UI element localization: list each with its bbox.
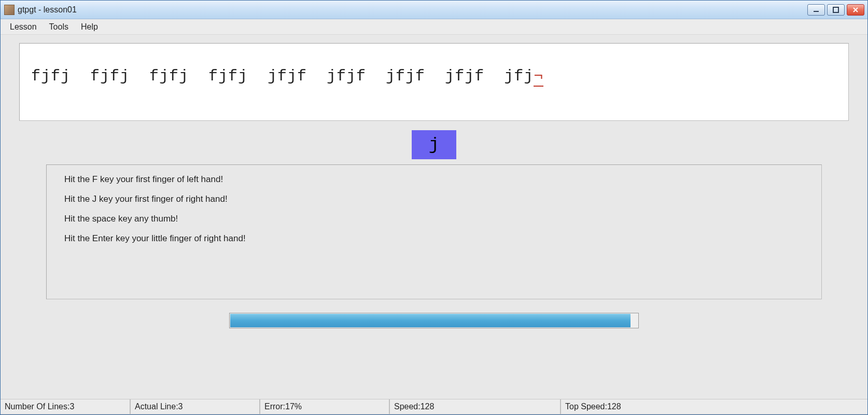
current-key-indicator: j <box>412 130 456 159</box>
progress-fill <box>230 314 631 327</box>
status-error: Error: 17% <box>260 399 389 414</box>
menu-help[interactable]: Help <box>76 20 103 34</box>
status-actual-value: 3 <box>178 402 183 411</box>
lesson-typed-text: fjfj fjfj fjfj fjfj jfjf jfjf jfjf jfjf … <box>31 67 534 85</box>
lesson-text-box[interactable]: fjfj fjfj fjfj fjfj jfjf jfjf jfjf jfjf … <box>19 43 849 121</box>
maximize-icon <box>833 7 839 13</box>
app-window: gtpgt - lesson01 Lesson Tools Help fjfj … <box>0 0 868 415</box>
status-top-speed: Top Speed: 128 <box>561 399 867 414</box>
instruction-line-4: Hit the Enter key your little finger of … <box>64 233 804 244</box>
status-topspeed-label: Top Speed: <box>565 402 607 411</box>
svg-rect-0 <box>814 11 819 12</box>
status-actual-line: Actual Line: 3 <box>130 399 260 414</box>
menu-tools[interactable]: Tools <box>44 20 74 34</box>
status-speed-label: Speed: <box>394 402 421 411</box>
instruction-line-2: Hit the J key your first finger of right… <box>64 194 804 204</box>
svg-rect-1 <box>833 7 838 12</box>
lesson-cursor-char: ¬ <box>534 67 543 87</box>
status-actual-label: Actual Line: <box>135 402 178 411</box>
instruction-line-3: Hit the space key any thumb! <box>64 214 804 224</box>
status-speed-value: 128 <box>421 402 435 411</box>
progress-bar <box>229 313 639 328</box>
status-lines: Number Of Lines: 3 <box>1 399 130 414</box>
instruction-line-1: Hit the F key your first finger of left … <box>64 174 804 185</box>
status-bar: Number Of Lines: 3 Actual Line: 3 Error:… <box>1 399 867 414</box>
menubar: Lesson Tools Help <box>1 19 867 35</box>
close-icon <box>852 7 859 13</box>
titlebar[interactable]: gtpgt - lesson01 <box>1 1 867 19</box>
status-error-value: 17% <box>285 402 302 411</box>
status-lines-label: Number Of Lines: <box>5 402 69 411</box>
maximize-button[interactable] <box>827 4 845 16</box>
client-area: fjfj fjfj fjfj fjfj jfjf jfjf jfjf jfjf … <box>1 35 867 399</box>
status-speed: Speed: 128 <box>389 399 561 414</box>
menu-lesson[interactable]: Lesson <box>5 20 42 34</box>
status-error-label: Error: <box>264 402 285 411</box>
minimize-button[interactable] <box>807 4 825 16</box>
window-title: gtpgt - lesson01 <box>18 5 77 15</box>
current-key-label: j <box>429 135 439 155</box>
close-button[interactable] <box>847 4 864 16</box>
app-icon <box>4 5 15 15</box>
status-lines-value: 3 <box>69 402 74 411</box>
instructions-panel: Hit the F key your first finger of left … <box>46 164 822 299</box>
minimize-icon <box>813 7 819 13</box>
window-controls <box>807 4 864 16</box>
status-topspeed-value: 128 <box>607 402 621 411</box>
